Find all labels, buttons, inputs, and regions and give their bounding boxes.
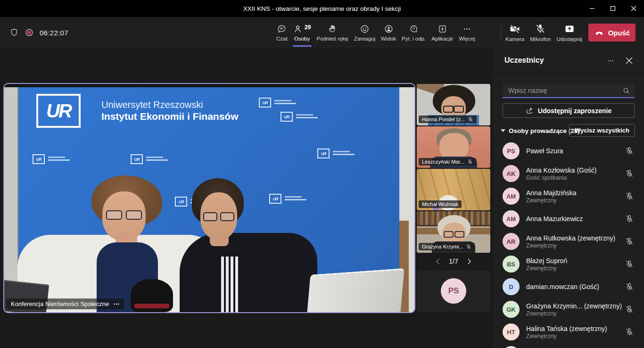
react-smiley-icon: [360, 24, 370, 34]
mic-off-icon: [625, 215, 634, 223]
leave-button[interactable]: Opuść: [588, 24, 636, 41]
avatar: GK: [503, 301, 520, 318]
share-invite-button[interactable]: Udostępnij zaproszenie: [503, 103, 635, 118]
thumbnail-name-label: Leszczyński Mar...: [419, 158, 476, 166]
avatar: AM: [503, 210, 520, 227]
audio-only-tile[interactable]: PS: [417, 270, 490, 312]
tab-wiecej[interactable]: Więcej: [456, 17, 478, 48]
leave-label: Opuść: [608, 29, 630, 37]
speaker-left-face: [102, 191, 146, 240]
participant-row[interactable]: BS Błażej Suproń Zewnętrzny: [493, 253, 644, 275]
video-thumbnail-michal[interactable]: Michał Woźniak: [417, 169, 490, 210]
tab-aplikacje[interactable]: Aplikacje: [429, 17, 456, 48]
main-video-scene: UR Uniwersytet Rzeszowski Instytut Ekono…: [4, 84, 414, 312]
wall-left: [4, 84, 18, 312]
window-title: XXII KNS - otwarcie, sesje plenarne oraz…: [243, 5, 401, 12]
mic-off-icon: [467, 159, 473, 165]
video-thumbnail-leszczynski[interactable]: Leszczyński Mar...: [417, 126, 490, 168]
toolbar-divider: [501, 26, 501, 39]
participant-subtitle: Zewnętrzny: [526, 197, 577, 204]
participant-text: Błażej Suproń Zewnętrzny: [526, 257, 567, 272]
participant-text: Anna Mazurkiewicz: [526, 215, 583, 223]
view-icon: [384, 24, 394, 34]
device-label: Kamera: [505, 36, 524, 42]
participant-row[interactable]: AK Anna Kozłowska (Gość) Gość spotkania: [493, 162, 644, 185]
tab-zareaguj[interactable]: Zareaguj: [351, 17, 378, 48]
participant-name: Anna Rutkowska (zewnętrzny): [526, 234, 615, 242]
tab-label: Widok: [381, 36, 396, 41]
tab-pyt-i-odp[interactable]: ? Pyt. i odp.: [399, 17, 429, 48]
participant-row[interactable]: AM Anna Majdzińska Zewnętrzny: [493, 185, 644, 207]
more-indicator: ⋯: [113, 300, 120, 307]
participant-name: Paweł Szura: [526, 147, 563, 155]
tab-widok[interactable]: Widok: [378, 17, 399, 48]
tab-podnies-reke[interactable]: Podnieś rękę: [314, 17, 351, 48]
mic-off-icon: [625, 192, 634, 200]
panel-close-icon[interactable]: [626, 57, 633, 64]
minimize-button[interactable]: [582, 0, 603, 17]
mic-off-icon: [625, 169, 634, 178]
participant-name: Anna Mazurkiewicz: [526, 215, 583, 223]
video-thumbnail-hanna[interactable]: Hanna Pondel (z...: [417, 84, 490, 125]
main-video-name: Konferencja Nierówności Społeczne: [11, 300, 109, 307]
device-controls: Kamera Mikrofon Udostępnij: [503, 17, 585, 48]
maximize-button[interactable]: [603, 0, 623, 17]
participant-text: Paweł Szura: [526, 147, 563, 155]
recording-icon: [25, 28, 34, 37]
search-input[interactable]: [503, 83, 635, 97]
camera-button[interactable]: Kamera: [503, 17, 527, 48]
video-top-edge: [4, 84, 414, 87]
participant-row[interactable]: AR Anna Rutkowska (zewnętrzny) Zewnętrzn…: [493, 230, 644, 253]
participant-name: Anna Majdzińska: [526, 189, 577, 197]
mic-off-icon: [625, 282, 634, 291]
tab-czat[interactable]: Czat: [273, 17, 290, 48]
participant-row[interactable]: [493, 343, 644, 348]
participant-row[interactable]: PS Paweł Szura: [493, 140, 644, 162]
tab-label: Czat: [276, 36, 288, 41]
microphone: [131, 279, 173, 312]
participant-subtitle: Gość spotkania: [526, 174, 596, 181]
tab-label: Osoby: [294, 36, 310, 41]
qna-icon: ?: [409, 24, 419, 34]
participant-row[interactable]: D damian.mowczan (Gość): [493, 275, 644, 298]
participant-name: Halina Tańska (zewnętrzny): [526, 325, 607, 332]
main-video-tile[interactable]: UR Uniwersytet Rzeszowski Instytut Ekono…: [3, 83, 415, 313]
close-button[interactable]: [623, 0, 644, 17]
mute-all-button[interactable]: Wycisz wszystkich: [569, 124, 635, 137]
device-label: Mikrofon: [530, 36, 551, 42]
participant-row[interactable]: GK Grażyna Krzymin... (zewnętrzny) Zewnę…: [493, 298, 644, 321]
panel-title: Uczestnicy: [504, 56, 544, 65]
tab-osoby[interactable]: 29 Osoby: [290, 17, 314, 48]
speaker-right-face: [200, 192, 237, 240]
avatar: AK: [503, 165, 520, 182]
search-icon: [622, 87, 630, 95]
mic-off-icon: [535, 23, 546, 34]
ur-logo-mark: UR: [317, 149, 356, 158]
mic-off-icon: [625, 328, 634, 336]
participant-subtitle: Zewnętrzny: [526, 333, 607, 340]
participant-row[interactable]: HT Halina Tańska (zewnętrzny) Zewnętrzny: [493, 321, 644, 343]
panel-more-icon[interactable]: [607, 57, 614, 65]
raise-hand-icon: [328, 24, 338, 34]
mic-off-icon: [625, 147, 634, 155]
ur-logo-mark: UR: [281, 112, 320, 122]
chevron-down-icon: [501, 129, 505, 132]
participant-name: Anna Kozłowska (Gość): [526, 166, 596, 174]
section-toggle[interactable]: Osoby prowadzące (28): [501, 124, 580, 138]
participant-text: Grażyna Krzymin... (zewnętrzny) Zewnętrz…: [526, 302, 622, 317]
pager-next-icon[interactable]: [467, 258, 472, 265]
participant-row[interactable]: AM Anna Mazurkiewicz: [493, 207, 644, 230]
participant-name: damian.mowczan (Gość): [526, 283, 599, 290]
thumbnail-pager: 1/7: [417, 255, 490, 267]
thumbnail-name: Grażyna Krzymi...: [422, 244, 463, 249]
svg-text:?: ?: [413, 26, 415, 31]
video-thumbnail-grazyna[interactable]: Grażyna Krzymi...: [417, 211, 490, 253]
microphone-button[interactable]: Mikrofon: [527, 17, 553, 48]
avatar: D: [503, 278, 520, 295]
pager-prev-icon[interactable]: [435, 258, 440, 265]
thumbnail-name: Hanna Pondel (z...: [422, 116, 465, 122]
share-invite-icon: [526, 107, 534, 115]
participant-subtitle: Zewnętrzny: [526, 242, 615, 249]
share-button[interactable]: Udostępnij: [553, 17, 585, 48]
university-logo: UR: [36, 94, 81, 128]
